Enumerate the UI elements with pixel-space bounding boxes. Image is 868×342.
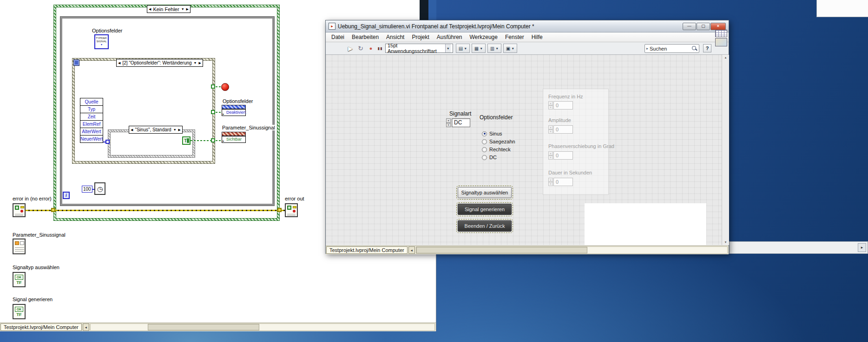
phasenverschiebung-spinner[interactable]: ▴ ▾ (548, 151, 553, 160)
spin-up-icon[interactable]: ▴ (548, 101, 553, 105)
next-event-icon[interactable]: ▶ (199, 61, 201, 65)
error-in-terminal[interactable] (13, 203, 26, 217)
radio-button-icon[interactable] (482, 139, 487, 144)
align-objects-dropdown[interactable]: ▤ ▼ (456, 44, 470, 53)
run-continuous-button[interactable]: ↻ (356, 44, 365, 52)
case-dropdown-icon[interactable]: ▼ (181, 7, 184, 11)
font-selector[interactable]: 15pt Anwendungsschriftart ▼ (385, 44, 453, 53)
spin-down-icon[interactable]: ▾ (548, 155, 553, 160)
reorder-objects-dropdown[interactable]: ▣ ▼ (503, 44, 517, 53)
title-bar[interactable]: ▸ Uebung_Signal_simulieren.vi Frontpanel… (326, 20, 729, 32)
event-data-item[interactable]: Typ (80, 105, 103, 113)
fp-horizontal-scrollbar[interactable] (416, 246, 728, 254)
menu-projekt[interactable]: Projekt (408, 33, 433, 41)
event-data-item[interactable]: NeuerWert (80, 135, 103, 143)
signalgen-ok-terminal[interactable]: OK TF (13, 304, 26, 319)
optionsfelder-terminal-icon[interactable]: TYPDEF. SIGNAL ▾ (94, 34, 109, 49)
error-out-terminal[interactable] (285, 203, 298, 217)
event-data-item[interactable]: AlterWert (80, 128, 103, 136)
search-box[interactable]: ▸ (644, 44, 699, 53)
spin-down-icon[interactable]: ▾ (446, 123, 451, 128)
menu-bearbeiten[interactable]: Bearbeiten (348, 33, 382, 41)
event-dropdown-icon[interactable]: ▼ (194, 61, 197, 65)
connector-pane-icon[interactable] (715, 30, 727, 37)
prev-case-icon[interactable]: ◀ (149, 7, 151, 11)
event-data-item[interactable]: ElemRef (80, 120, 103, 128)
fp-vertical-scrollbar[interactable]: ▴ ▾ (722, 55, 729, 245)
search-dropdown-icon[interactable]: ▸ (646, 46, 648, 51)
bd-scrollbar-thumb[interactable] (148, 324, 259, 330)
front-panel-canvas[interactable]: Signalart ▴ ▾ DC Optionsfelder Sinus Sae… (326, 55, 722, 245)
resize-objects-dropdown[interactable]: ▥ ▼ (487, 44, 501, 53)
context-help-button[interactable]: ? (703, 44, 711, 52)
radio-button-icon[interactable] (482, 131, 487, 136)
close-button[interactable]: × (710, 23, 726, 30)
background-scrollbar-fragment[interactable]: ▸ (729, 241, 868, 254)
frequenz-value[interactable]: 0 (553, 101, 573, 110)
property-node-parameter-sinussignal[interactable]: ▸ Sichtbar (222, 132, 246, 143)
inner-case-dropdown-icon[interactable]: ▼ (173, 128, 177, 131)
signalart-value[interactable]: DC (452, 118, 470, 127)
spin-up-icon[interactable]: ▴ (548, 125, 553, 129)
spin-up-icon[interactable]: ▴ (548, 151, 553, 155)
spin-down-icon[interactable]: ▾ (548, 105, 553, 110)
dauer-spinner[interactable]: ▴ ▾ (548, 178, 553, 186)
menu-werkzeuge[interactable]: Werkzeuge (466, 33, 501, 41)
wait-ms-constant[interactable]: 100 (82, 186, 92, 193)
next-inner-case-icon[interactable]: ▶ (178, 128, 181, 131)
signaltyp-auswaehlen-button[interactable]: Signaltyp auswählen (458, 187, 512, 198)
amplitude-value[interactable]: 0 (553, 125, 573, 134)
spin-down-icon[interactable]: ▾ (548, 129, 553, 134)
next-case-icon[interactable]: ▶ (186, 7, 189, 11)
radio-saegezahn[interactable]: Saegezahn (482, 139, 515, 144)
bd-target-tab[interactable]: Testprojekt.lvproj/Mein Computer (0, 323, 82, 331)
scroll-up-icon[interactable]: ▴ (722, 56, 729, 59)
radio-sinus[interactable]: Sinus (482, 131, 502, 136)
event-timeout-terminal[interactable] (73, 59, 79, 66)
property-node-optionsfelder[interactable]: ▸ Deaktiviert (222, 105, 246, 116)
radio-button-icon[interactable] (482, 155, 487, 160)
signaltyp-ok-terminal[interactable]: OK TF (13, 272, 26, 287)
menu-datei[interactable]: Datei (328, 33, 348, 41)
spin-up-icon[interactable]: ▴ (446, 118, 451, 123)
maximize-button[interactable]: ▢ (697, 23, 710, 30)
property-item[interactable]: ▸ Deaktiviert (222, 109, 246, 116)
menu-hilfe[interactable]: Hilfe (528, 33, 546, 41)
menu-fenster[interactable]: Fenster (501, 33, 528, 41)
fp-target-tab[interactable]: Testprojekt.lvproj/Mein Computer (326, 246, 408, 254)
spin-up-icon[interactable]: ▴ (548, 178, 553, 182)
search-icon[interactable] (692, 46, 697, 52)
prev-event-icon[interactable]: ◀ (118, 61, 120, 65)
loop-iteration-terminal[interactable]: i (63, 192, 70, 199)
phasenverschiebung-value[interactable]: 0 (553, 151, 573, 160)
vi-icon-area[interactable] (715, 30, 727, 46)
vi-icon[interactable] (715, 38, 727, 46)
distribute-objects-dropdown[interactable]: ▦ ▼ (472, 44, 486, 53)
case-selector[interactable]: ◀ Kein Fehler ▼ ▶ (147, 5, 191, 13)
radio-rechteck[interactable]: Rechteck (482, 147, 511, 152)
abort-button[interactable]: ● (367, 44, 375, 52)
scroll-down-icon[interactable]: ▾ (722, 240, 729, 244)
pause-button[interactable]: ▮▮ (376, 44, 384, 52)
scroll-right-icon[interactable]: ▸ (858, 243, 866, 252)
event-data-node[interactable]: Quelle Typ Zeit ElemRef AlterWert NeuerW… (80, 98, 103, 143)
radio-dc[interactable]: DC (482, 155, 497, 160)
property-item[interactable]: ▸ Sichtbar (222, 136, 246, 143)
loop-condition-stop-terminal[interactable] (221, 83, 229, 91)
amplitude-spinner[interactable]: ▴ ▾ (548, 125, 553, 134)
signal-generieren-button[interactable]: Signal generieren (458, 204, 512, 215)
event-data-item[interactable]: Quelle (80, 98, 103, 106)
true-constant[interactable]: T (182, 136, 191, 145)
event-data-item[interactable]: Zeit (80, 113, 103, 121)
wait-ms-function[interactable]: ◷ (94, 182, 105, 195)
parameter-sinussignal-terminal[interactable] (13, 239, 26, 254)
search-input[interactable] (650, 46, 690, 52)
font-dropdown-icon[interactable]: ▼ (445, 44, 451, 52)
menu-ausfuehren[interactable]: Ausführen (433, 33, 466, 41)
beenden-zurueck-button[interactable]: Beenden / Zurück (458, 220, 512, 232)
prev-inner-case-icon[interactable]: ◀ (131, 128, 133, 131)
dauer-value[interactable]: 0 (553, 178, 573, 186)
minimize-button[interactable]: — (683, 23, 696, 30)
radio-button-icon[interactable] (482, 147, 487, 152)
fp-scrollbar-thumb[interactable] (416, 247, 587, 253)
